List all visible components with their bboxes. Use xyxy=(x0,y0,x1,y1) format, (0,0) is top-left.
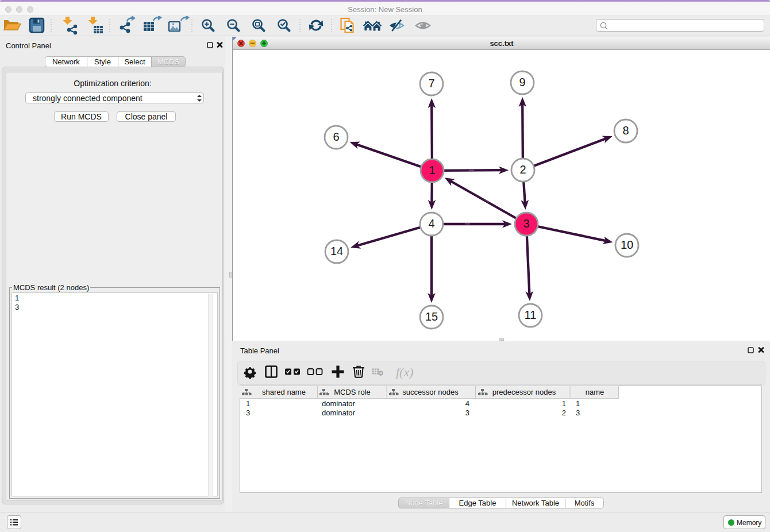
svg-text:shared name: shared name xyxy=(262,388,306,396)
svg-text:15: 15 xyxy=(425,310,438,323)
svg-text:MCDS role: MCDS role xyxy=(334,388,371,396)
svg-text:successor nodes: successor nodes xyxy=(402,388,459,396)
svg-text:9: 9 xyxy=(519,76,525,88)
svg-text:6: 6 xyxy=(333,130,339,143)
svg-text:dominator: dominator xyxy=(322,408,355,417)
svg-text:4: 4 xyxy=(465,399,469,408)
svg-text:3: 3 xyxy=(246,408,250,417)
svg-text:1: 1 xyxy=(562,399,566,408)
svg-text:name: name xyxy=(586,388,605,396)
svg-text:1: 1 xyxy=(246,399,250,408)
svg-text:dominator: dominator xyxy=(322,399,355,408)
svg-text:3: 3 xyxy=(576,408,580,417)
svg-text:1: 1 xyxy=(576,399,580,408)
svg-text:7: 7 xyxy=(428,77,434,90)
svg-text:predecessor nodes: predecessor nodes xyxy=(492,388,556,396)
svg-text:3: 3 xyxy=(523,217,529,230)
svg-text:4: 4 xyxy=(428,217,434,230)
svg-text:2: 2 xyxy=(562,408,566,417)
svg-text:f(x): f(x) xyxy=(396,365,414,379)
svg-text:14: 14 xyxy=(330,245,343,257)
svg-text:2: 2 xyxy=(519,163,526,176)
svg-text:11: 11 xyxy=(525,309,537,321)
svg-text:8: 8 xyxy=(622,124,629,137)
svg-text:3: 3 xyxy=(465,408,469,417)
svg-text:1: 1 xyxy=(429,164,435,176)
svg-text:10: 10 xyxy=(621,238,633,251)
